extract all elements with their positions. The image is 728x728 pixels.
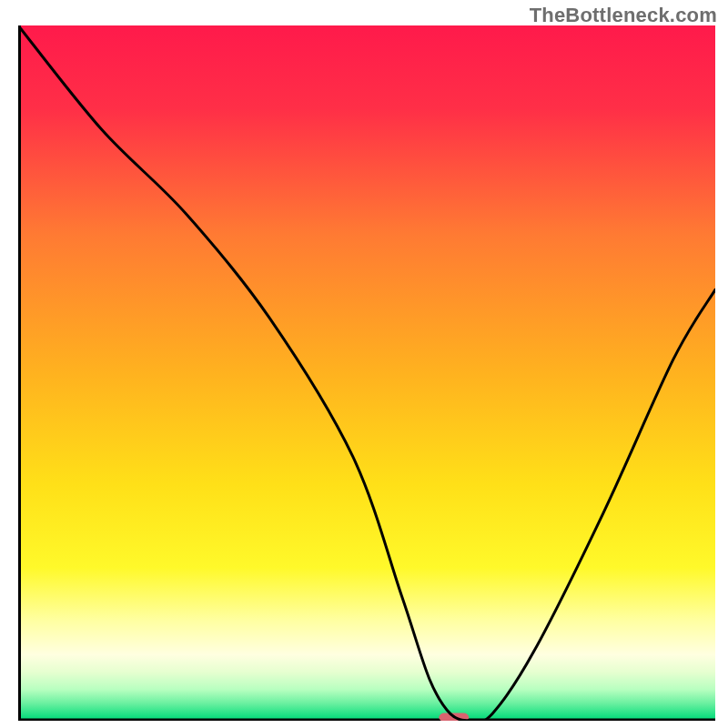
attribution-label: TheBottleneck.com [530, 4, 717, 27]
chart-frame: TheBottleneck.com [0, 0, 728, 728]
gradient-background [18, 25, 715, 721]
bottleneck-chart [18, 25, 715, 721]
chart-svg [18, 25, 715, 721]
